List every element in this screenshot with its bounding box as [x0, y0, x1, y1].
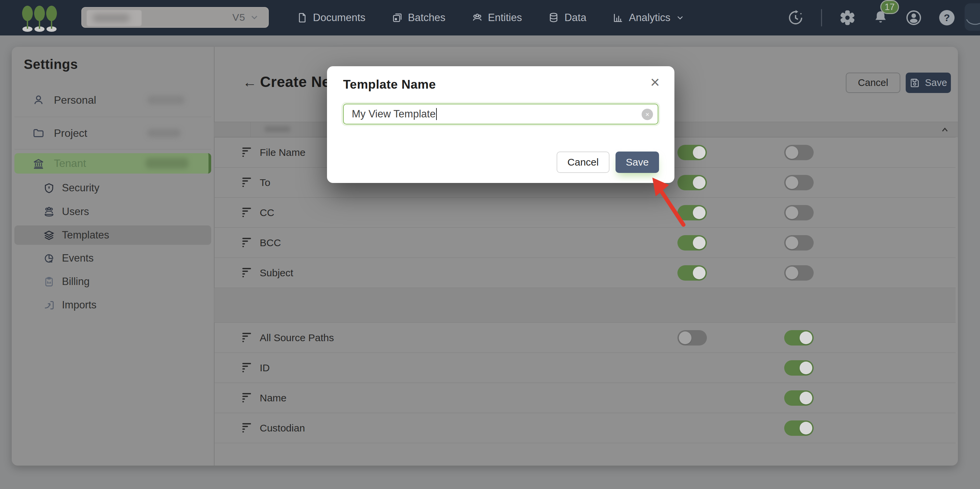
column-divider	[250, 122, 251, 137]
toggle-knob	[786, 206, 798, 219]
dialog-save-button[interactable]: Save	[616, 151, 659, 173]
save-floppy-icon	[909, 78, 920, 88]
nav-item-data[interactable]: Data	[548, 12, 586, 24]
nav-item-analytics[interactable]: Analytics	[612, 12, 685, 24]
template-name-input[interactable]: My View Template ×	[343, 104, 659, 124]
top-nav-bar: V5 Documents Batches Entities Data Analy…	[0, 0, 980, 35]
toggle-switch[interactable]	[784, 265, 814, 281]
user-avatar-icon[interactable]	[906, 10, 922, 26]
billing-clipboard-icon	[43, 276, 54, 287]
batches-icon	[391, 12, 403, 24]
toggle-switch[interactable]	[678, 265, 707, 281]
folder-icon	[32, 127, 45, 139]
close-icon[interactable]: ×	[650, 74, 660, 90]
sidebar-item-label: Billing	[62, 276, 90, 287]
notifications[interactable]: 17	[873, 10, 888, 26]
toggle-knob	[679, 332, 692, 344]
sidebar-item-label: Security	[62, 182, 99, 194]
toggle-knob	[800, 362, 812, 374]
filter-icon[interactable]	[242, 238, 252, 248]
toggle-knob	[800, 422, 812, 435]
filter-icon[interactable]	[242, 178, 252, 187]
field-label: All Source Paths	[260, 332, 334, 343]
toggle-knob	[800, 332, 812, 344]
input-value: My View Template	[352, 108, 436, 120]
filter-icon[interactable]	[242, 393, 252, 403]
table-row: Subject	[214, 257, 956, 287]
toggle-switch[interactable]	[784, 205, 814, 221]
field-label: File Name	[260, 147, 305, 158]
sidebar-item-personal[interactable]: Personal	[14, 89, 211, 111]
filter-icon[interactable]	[242, 268, 252, 278]
toggle-switch[interactable]	[678, 330, 707, 346]
users-group-icon	[43, 206, 54, 218]
dialog-cancel-button[interactable]: Cancel	[557, 151, 609, 173]
toggle-knob	[786, 267, 798, 279]
toggle-switch[interactable]	[784, 145, 814, 160]
cancel-button[interactable]: Cancel	[846, 73, 900, 93]
chevron-down-icon	[249, 13, 259, 22]
nav-item-entities[interactable]: Entities	[472, 12, 522, 24]
redacted-column-header	[264, 126, 291, 132]
field-label: To	[260, 177, 270, 188]
save-button[interactable]: Save	[906, 73, 951, 93]
toggle-knob	[786, 176, 798, 189]
table-row: BCC	[214, 227, 956, 257]
back-button[interactable]: ←	[243, 74, 257, 90]
nav-item-documents[interactable]: Documents	[296, 12, 366, 24]
redacted-text	[147, 96, 185, 104]
sidebar-item-templates-selected[interactable]: Templates	[14, 225, 211, 245]
notification-badge: 17	[880, 0, 899, 14]
toggle-switch[interactable]	[784, 235, 814, 251]
sidebar-item-label: Personal	[54, 94, 96, 106]
project-selector[interactable]: V5	[81, 7, 269, 28]
import-arrow-icon	[43, 300, 54, 311]
shield-icon	[43, 183, 54, 194]
filter-icon[interactable]	[242, 333, 252, 343]
chat-widget-corner[interactable]	[965, 3, 980, 31]
filter-icon[interactable]	[242, 423, 252, 433]
field-label: ID	[260, 362, 270, 374]
filter-icon[interactable]	[242, 363, 252, 373]
page-title: Settings	[24, 57, 78, 72]
sidebar-item-label: Imports	[62, 299, 96, 311]
sidebar-item-tenant-active[interactable]: Tenant	[14, 153, 211, 174]
field-label: Subject	[260, 267, 293, 279]
sidebar-item-events[interactable]: Events	[14, 249, 211, 268]
sidebar-item-imports[interactable]: Imports	[14, 296, 211, 314]
toggle-switch[interactable]	[784, 391, 814, 406]
toggle-knob	[693, 146, 706, 159]
field-label: Name	[260, 392, 286, 404]
help-icon[interactable]: ?	[939, 10, 955, 25]
filter-icon[interactable]	[242, 148, 252, 157]
toggle-switch[interactable]	[678, 235, 707, 251]
toggle-switch[interactable]	[678, 205, 707, 221]
table-row: CC	[214, 197, 956, 227]
nav-item-batches[interactable]: Batches	[391, 12, 445, 24]
toggle-switch[interactable]	[784, 360, 814, 376]
sidebar-item-users[interactable]: Users	[14, 202, 211, 221]
clear-input-icon[interactable]: ×	[642, 109, 653, 120]
sidebar-item-billing[interactable]: Billing	[14, 272, 211, 291]
toggle-switch[interactable]	[678, 175, 707, 191]
version-label: V5	[232, 12, 245, 23]
document-icon	[296, 12, 308, 24]
gear-icon[interactable]	[839, 10, 856, 26]
chat-curve-icon	[966, 19, 980, 27]
history-icon[interactable]	[788, 10, 803, 26]
toggle-switch[interactable]	[678, 145, 707, 160]
redacted-text	[146, 158, 188, 168]
sidebar-item-label: Templates	[62, 229, 109, 241]
collapse-chevron-icon[interactable]	[939, 124, 951, 135]
filter-icon[interactable]	[242, 208, 252, 218]
app-logo[interactable]	[21, 4, 65, 34]
sidebar-item-project[interactable]: Project	[14, 123, 211, 143]
nav-label: Entities	[488, 12, 522, 24]
toggle-switch[interactable]	[784, 421, 814, 436]
toggle-switch[interactable]	[784, 175, 814, 191]
field-label: Custodian	[260, 422, 305, 434]
sidebar-item-security[interactable]: Security	[14, 179, 211, 197]
toggle-switch[interactable]	[784, 330, 814, 346]
sidebar-item-label: Events	[62, 252, 94, 264]
table-bottom-row	[214, 443, 956, 465]
